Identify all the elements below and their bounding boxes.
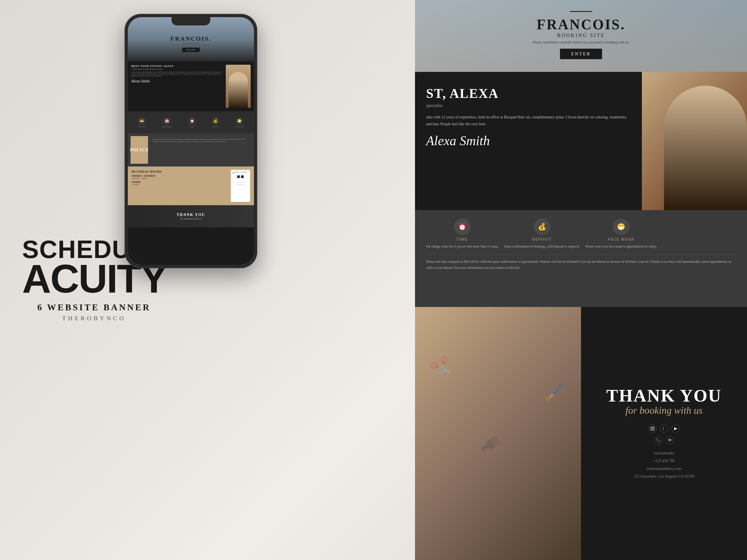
phone-hours-section: BUSINESS HOURS MONDAY - SATURDAY 10:00AM… <box>128 166 254 205</box>
panel-stylist-sig: Alexa Smith <box>426 133 631 148</box>
phone-thankyou-script: for booking with us <box>177 217 205 220</box>
phone-time-icon: ⏰ <box>188 117 196 125</box>
svg-point-2 <box>653 427 654 428</box>
panel-thankyou-left: ✂️ 🪮 🖌️ <box>415 307 581 560</box>
phone-icon-deposit: 💰 DEPOSIT <box>212 117 220 128</box>
phone-facemask-icon: 😷 <box>235 117 243 125</box>
phone-policy-section: POLICY Please note that a deposit of $20… <box>128 133 254 166</box>
phone-icon-time: ⏰ TIME <box>188 117 196 128</box>
panel-booking-desc: Please read below carefully before you p… <box>533 40 630 45</box>
phone-stylist-shape <box>229 72 248 108</box>
panel-stylist-role: specialist <box>426 103 631 108</box>
thankyou-phone: +125 456 789 <box>634 457 694 465</box>
panel-booking-brand: FRANCOIS. <box>533 16 630 33</box>
phone-phone-num: +123 456 789 <box>237 181 243 183</box>
phone-thankyou-section: THANK YOU for booking with us <box>128 205 254 227</box>
thankyou-email: youremailaddress.com <box>634 465 694 473</box>
phone-email-display: youremailaddress.com <box>235 184 246 185</box>
phone-thankyou-text: THANK YOU for booking with us <box>177 213 205 220</box>
phone-sunday: SUNDAY <box>132 181 228 183</box>
phone-appointment-label: APPOINTMENT <box>161 126 173 128</box>
phone-time-label: TIME <box>190 126 194 128</box>
panel-booking-section: BOOKING SITE <box>533 33 630 38</box>
panel-stylist-bio: alist with 12 years of experience, both … <box>426 114 631 128</box>
panel-stylist-person-shape <box>664 86 747 210</box>
panel-stylist: ST, ALEXA specialist alist with 12 years… <box>415 72 747 210</box>
panel-facemask-desc: Please wear your face mask to appointmen… <box>586 244 657 249</box>
phone-appointment-icon: 📅 <box>163 117 171 125</box>
phone-stylist-sig: Alexa Smith <box>131 79 224 83</box>
phone-icon[interactable]: 📞 <box>654 436 662 445</box>
panel-icon-facemask: 😷 FACE MASK Please wear your face mask t… <box>586 218 657 249</box>
phone-facebook-icon <box>241 175 244 178</box>
panel-time-icon: ⏰ <box>454 218 471 235</box>
subtitle: 6 WEBSITE BANNER <box>22 302 166 313</box>
phone-policy-text: Please note that a deposit of $20 will b… <box>150 136 251 164</box>
phone-payment-icon: 💳 <box>138 117 146 125</box>
phone-policy-label: POLICY <box>130 148 149 152</box>
phone-outer: FRANCOIS. BOOKING SITE Please read below… <box>125 14 257 268</box>
phone-icons-section: 💳 PAYMENT 📅 APPOINTMENT ⏰ TIME 💰 DEPOSIT <box>128 111 254 133</box>
email-icon[interactable]: ✉ <box>666 436 674 445</box>
panel-policy: ⏰ TIME We charge a late fee if you are l… <box>415 210 747 307</box>
phone-payment-label: PAYMENT <box>138 126 146 128</box>
youtube-icon[interactable]: ▶ <box>671 425 680 433</box>
panel-thankyou-social: f ▶ <box>648 425 680 433</box>
phone-stylist-role: Certified Hairstylist & Hair Designer Sp… <box>131 68 224 70</box>
panel-facemask-label: FACE MASK <box>608 237 635 242</box>
panel-thankyou: ✂️ 🪮 🖌️ THANK YOU for booking with us f … <box>415 307 747 560</box>
phone-icon-payment: 💳 PAYMENT <box>138 117 146 128</box>
phone-mockup: FRANCOIS. BOOKING SITE Please read below… <box>125 14 257 268</box>
phone-sunday-status: CLOSED <box>132 183 228 186</box>
brush-icon: 🖌️ <box>544 383 564 403</box>
tools-overlay: ✂️ 🪮 🖌️ <box>415 307 581 560</box>
phone-thankyou-main: THANK YOU <box>177 213 205 217</box>
phone-icon-facemask: 😷 FACE MASK <box>235 117 244 128</box>
phone-inner: FRANCOIS. BOOKING SITE Please read below… <box>128 17 254 265</box>
panel-stylist-heading: ST, ALEXA <box>426 86 631 101</box>
panel-thankyou-script: for booking with us <box>625 405 702 416</box>
panel-thankyou-info: esocialmedia +125 456 789 youremailaddre… <box>634 449 694 480</box>
panel-booking-enter-btn[interactable]: ENTER <box>560 49 602 59</box>
phone-policy-label-box: POLICY <box>131 136 148 164</box>
panel-booking-content: FRANCOIS. BOOKING SITE Please read below… <box>533 0 630 59</box>
panel-icon-time: ⏰ TIME We charge a late fee if you are l… <box>426 218 498 249</box>
svg-point-1 <box>651 428 653 429</box>
instagram-icon[interactable] <box>648 425 656 433</box>
phone-screen: FRANCOIS. BOOKING SITE Please read below… <box>128 17 254 265</box>
right-panels: FRANCOIS. BOOKING SITE Please read below… <box>415 0 747 560</box>
phone-hours-left: BUSINESS HOURS MONDAY - SATURDAY 10:00AM… <box>132 170 228 202</box>
panel-facemask-icon: 😷 <box>613 218 629 235</box>
phone-stylist-bio: I work as a make up artist and skincare … <box>131 71 224 77</box>
phone-enter-btn[interactable]: ENTER <box>182 48 200 52</box>
phone-booking-site: BOOKING SITE <box>183 42 200 45</box>
panel-icon-deposit: 💰 DEPOSIT Upon confirmation of booking, … <box>504 218 580 249</box>
phone-hours-title: BUSINESS HOURS <box>132 170 228 173</box>
comb-icon: 🪮 <box>479 431 505 455</box>
panel-deposit-label: DEPOSIT <box>532 237 552 242</box>
phone-stylist-image <box>226 65 251 108</box>
thankyou-address: 125 Anywhere, Los Angeles CA 92350 <box>634 473 694 480</box>
phone-stylist-section: MEET YOUR STYLIST, ALEXA Certified Hairs… <box>128 61 254 111</box>
panel-icons-row: ⏰ TIME We charge a late fee if you are l… <box>426 218 736 249</box>
panel-booking: FRANCOIS. BOOKING SITE Please read below… <box>415 0 747 72</box>
svg-rect-0 <box>650 427 654 430</box>
phone-icon-appointment: 📅 APPOINTMENT <box>161 117 173 128</box>
brand-label: THEROBYNCO <box>22 315 166 322</box>
phone-stylist-heading: MEET YOUR STYLIST, ALEXA <box>131 65 224 68</box>
panel-deposit-icon: 💰 <box>534 218 550 235</box>
phone-deposit-icon: 💰 <box>212 117 220 125</box>
phone-notch <box>172 17 210 25</box>
phone-stylist-text: MEET YOUR STYLIST, ALEXA Certified Hairs… <box>131 65 224 108</box>
phone-instagram-icon <box>237 175 240 178</box>
phone-brand: FRANCOIS. <box>171 35 211 42</box>
panel-thankyou-social2: 📞 ✉ <box>654 436 674 445</box>
phone-deposit-label: DEPOSIT <box>212 126 219 128</box>
thankyou-social-label: esocialmedia <box>634 449 694 457</box>
phone-hero-desc: Please read below carefully before you p… <box>167 45 215 46</box>
phone-weekdays: MONDAY - SATURDAY <box>132 175 228 177</box>
panel-time-label: TIME <box>457 237 468 242</box>
phone-connect-card: CONNECT WITH US +123 456 789 youremailad… <box>231 170 250 202</box>
facebook-icon[interactable]: f <box>660 425 668 433</box>
phone-facemask-label: FACE MASK <box>235 126 244 128</box>
